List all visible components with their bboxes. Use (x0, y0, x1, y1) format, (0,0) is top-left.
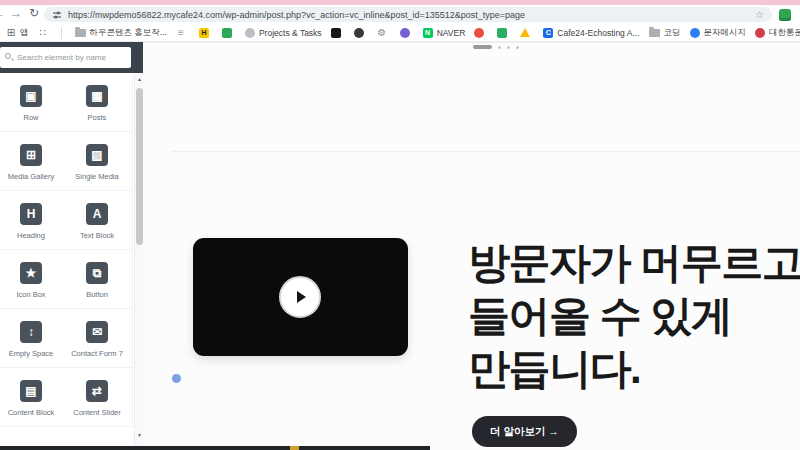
carousel-dot[interactable] (498, 46, 501, 49)
bookmark-item[interactable]: 코딩 (649, 27, 681, 39)
bookmark-label: 코딩 (664, 27, 681, 39)
bookmark-item[interactable] (520, 28, 534, 37)
element-tile-label: Heading (17, 231, 45, 240)
scrollbar-thumb[interactable] (136, 88, 143, 245)
settings-icon: ⚙ (377, 28, 387, 38)
apps-icon: ⊞ (6, 28, 16, 38)
bookmark-item[interactable]: ∷ (38, 28, 52, 38)
site-info-icon[interactable] (52, 10, 62, 20)
cafe24-icon: C (543, 28, 553, 38)
bookmark-label: Projects & Tasks (259, 28, 322, 38)
bookmark-item[interactable] (222, 28, 236, 38)
element-search-input[interactable] (0, 47, 131, 68)
video-player[interactable] (193, 238, 408, 356)
hancom-icon: H (199, 28, 209, 38)
carousel-dot[interactable] (516, 46, 519, 49)
element-tile[interactable]: A Text Block (62, 191, 133, 250)
bookmark-item[interactable]: Projects & Tasks (245, 28, 322, 38)
apple-icon (354, 28, 364, 38)
logistics-icon (755, 28, 765, 38)
projects-icon (245, 28, 255, 38)
element-tile[interactable]: ▦ Posts (62, 73, 133, 132)
video-icon (331, 28, 341, 38)
play-button[interactable] (279, 276, 321, 318)
element-tile-label: Icon Box (16, 290, 45, 299)
bookmark-label: 대한통운 LOSI PAR... (769, 27, 800, 39)
element-tile-label: Content Block (8, 408, 55, 417)
single-media-icon: ▨ (86, 144, 108, 166)
section-divider (172, 151, 800, 152)
url-text[interactable]: https://mwpdemo56822.mycafe24.com/wp-adm… (68, 10, 755, 20)
back-icon[interactable]: ← (0, 6, 7, 20)
bookmark-item[interactable] (61, 27, 66, 39)
reload-icon[interactable]: ↻ (26, 6, 42, 20)
carousel-dot[interactable] (507, 46, 510, 49)
element-tile[interactable]: H Heading (0, 191, 62, 250)
scroll-down-icon[interactable]: ▼ (135, 432, 144, 438)
separator (61, 27, 62, 39)
bookmark-label: 앱 (20, 27, 29, 39)
blog-icon (497, 28, 507, 38)
bookmark-item[interactable]: ⊞ 앱 (6, 27, 29, 39)
panel-scrollbar[interactable]: ▲ ▼ (134, 73, 143, 450)
content-slider-icon: ⇄ (86, 380, 108, 402)
play-icon (297, 291, 306, 303)
element-tile[interactable]: ★ Icon Box (0, 250, 62, 309)
element-tile[interactable]: ↕ Empty Space (0, 309, 62, 368)
vc-panel-header (0, 42, 143, 73)
page-heading: 방문자가 머무르고 들어올 수 있게 만듭니다. (468, 236, 800, 395)
element-tile[interactable]: ▨ Single Media (62, 132, 133, 191)
bookmark-item[interactable]: ⚙ (377, 28, 391, 38)
element-tile-label: Media Gallery (8, 172, 54, 181)
text-block-icon: A (86, 203, 108, 225)
screenshot-root: ← → ↻ https://mwpdemo56822.mycafe24.com/… (0, 0, 800, 450)
bookmark-item[interactable] (400, 28, 414, 38)
bookmark-item[interactable]: 문자메시지 (690, 27, 747, 39)
bookmark-item[interactable] (497, 28, 511, 38)
bookmarks-bar: ⊞ 앱 ∷ 하우콘텐츠 홍보작... ≡ H (0, 24, 800, 42)
heading-line: 만듭니다. (468, 342, 800, 395)
bookmark-label: 문자메시지 (704, 27, 747, 39)
carousel-active-indicator[interactable] (473, 45, 492, 49)
bookmark-item[interactable]: 하우콘텐츠 홍보작... (75, 27, 167, 39)
element-tile-label: Posts (88, 113, 107, 122)
bookmark-item[interactable]: C Cafe24-Echosting A... (543, 28, 639, 38)
bookmark-item[interactable]: H (199, 28, 213, 38)
folder-icon (649, 29, 660, 37)
bookmark-item[interactable] (331, 28, 345, 38)
forward-icon[interactable]: → (8, 6, 24, 20)
vc-add-element-panel: ▣ Row ▦ Posts ⊞ Media Gallery ▨ Single M… (0, 42, 143, 450)
bookmark-label: 하우콘텐츠 홍보작... (90, 27, 167, 39)
learn-more-button[interactable]: 더 알아보기 → (472, 416, 577, 447)
address-bar[interactable]: https://mwpdemo56822.mycafe24.com/wp-adm… (44, 7, 772, 22)
bottom-edge-logo-mark (290, 446, 299, 450)
element-tile[interactable]: ⇄ Content Slider (62, 368, 133, 427)
media-gallery-icon: ⊞ (20, 144, 42, 166)
element-tile[interactable]: ⊞ Media Gallery (0, 132, 62, 191)
heading-icon: H (20, 203, 42, 225)
element-tile[interactable]: ⧉ Button (62, 250, 133, 309)
element-tile[interactable]: ✉ Contact Form 7 (62, 309, 133, 368)
browser-toolbar: ← → ↻ https://mwpdemo56822.mycafe24.com/… (0, 5, 800, 24)
bookmark-item[interactable]: 대한통운 LOSI PAR... (755, 27, 800, 39)
scroll-up-icon[interactable]: ▲ (135, 76, 144, 82)
editor-drag-handle-dot (172, 374, 181, 383)
bookmark-item[interactable] (354, 28, 368, 38)
bookmark-item[interactable]: ≡ (176, 28, 190, 38)
drive-icon (520, 28, 530, 37)
button-icon: ⧉ (86, 262, 108, 284)
bookmark-label: NAVER (437, 28, 466, 38)
element-tile[interactable]: ▤ Content Block (0, 368, 62, 427)
heading-line: 방문자가 머무르고 (468, 236, 800, 289)
element-tile-label: Empty Space (9, 349, 54, 358)
bookmark-star-icon[interactable]: ☆ (755, 9, 764, 20)
bookmark-item[interactable]: N NAVER (423, 28, 466, 38)
content-block-icon: ▤ (20, 380, 42, 402)
contact-form-7-icon: ✉ (86, 321, 108, 343)
naver-icon: N (423, 28, 433, 38)
extension-icon[interactable] (779, 9, 791, 21)
tab-groups-icon: ∷ (38, 28, 48, 38)
element-tile[interactable]: ▣ Row (0, 73, 62, 132)
bookmark-item[interactable] (474, 28, 488, 38)
heading-line: 들어올 수 있게 (468, 289, 800, 342)
